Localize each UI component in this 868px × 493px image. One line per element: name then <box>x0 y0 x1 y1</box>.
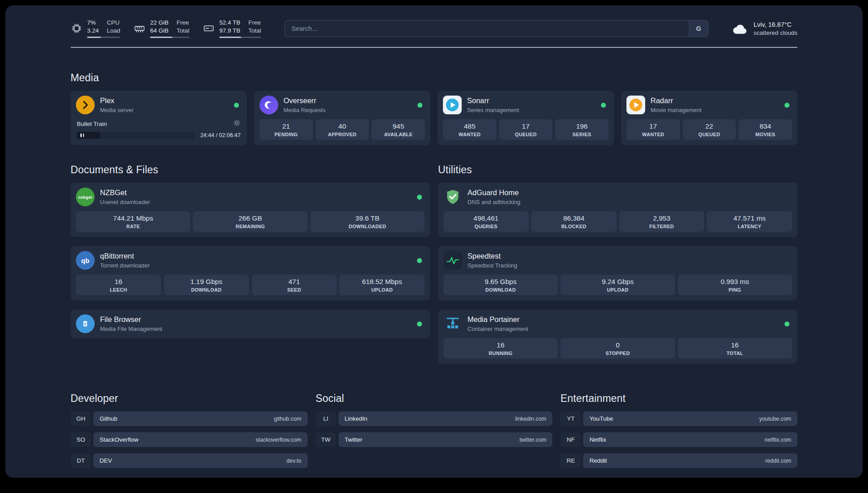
service-name: NZBGet <box>100 188 150 197</box>
stat-tile-pending: 21 PENDING <box>259 119 313 140</box>
bookmark-abbr: GH <box>71 411 91 426</box>
filebrowser-icon <box>76 314 95 333</box>
bookmark-linkedin[interactable]: LI LinkedIn linkedin.com <box>316 411 553 426</box>
bookmark-abbr: DT <box>71 453 91 468</box>
overseerr-icon <box>259 96 278 114</box>
bookmark-name: Twitter <box>345 436 363 443</box>
stat-tile-download: 1.19 Gbps DOWNLOAD <box>164 275 249 295</box>
weather-condition: scattered clouds <box>754 29 797 36</box>
service-card-qbittorrent[interactable]: qb qBittorrent Torrent downloader 16 <box>71 246 430 301</box>
stat-tile-approved: 40 APPROVED <box>316 119 369 140</box>
cpu-percent: 7% <box>87 19 99 27</box>
bookmark-url: twitter.com <box>520 437 547 443</box>
service-card-portainer[interactable]: Media Portainer Container management 16 … <box>438 309 797 364</box>
bookmark-url: linkedin.com <box>515 416 546 422</box>
service-card-filebrowser[interactable]: File Browser Media File Management <box>71 309 430 338</box>
service-name: File Browser <box>100 315 162 324</box>
section-title-developer: Developer <box>71 393 308 405</box>
bookmark-reddit[interactable]: RE Reddit reddit.com <box>560 453 797 468</box>
memory-widget: 22 GiB 64 GiB Free Total <box>134 19 189 38</box>
service-name: Media Portainer <box>467 315 528 324</box>
cpu-usage-fill <box>87 37 101 38</box>
dashboard-panel: 7% 3.24 CPU Load <box>5 5 863 478</box>
now-playing: Bullet Train <box>76 119 242 139</box>
bookmark-dev[interactable]: DT DEV dev.to <box>71 453 308 468</box>
search-input[interactable] <box>284 20 689 37</box>
stat-tile-movies: 834 MOVIES <box>739 119 792 140</box>
memory-usage-bar <box>150 37 189 38</box>
section-media: Media Plex Media server <box>71 72 797 145</box>
service-desc: Series management <box>467 107 519 113</box>
nzbget-icon: nzbget <box>76 188 95 206</box>
service-card-sonarr[interactable]: Sonarr Series management 485 WANTED 17 Q… <box>438 91 614 145</box>
now-playing-title: Bullet Train <box>77 121 107 127</box>
bookmark-url: youtube.com <box>759 416 791 422</box>
disk-free-value: 52.4 TB <box>219 19 240 27</box>
service-desc: Speedtest Tracking <box>467 262 517 269</box>
stat-tile-blocked: 86,384 BLOCKED <box>531 211 617 232</box>
status-dot <box>417 322 422 326</box>
bookmarks-entertainment: Entertainment YT YouTube youtube.com NF … <box>560 393 797 468</box>
service-name: Speedtest <box>467 252 517 261</box>
service-card-radarr[interactable]: Radarr Movie management 17 WANTED 22 QUE… <box>621 91 797 145</box>
weather-widget[interactable]: Lviv, 16.87°C scattered clouds <box>732 21 797 36</box>
playback-progress-track[interactable] <box>77 132 195 139</box>
dashboard-content: 7% 3.24 CPU Load <box>71 5 797 468</box>
stat-tile-series: 196 SERIES <box>555 119 609 140</box>
section-title-social: Social <box>316 393 553 405</box>
memory-free-label: Free <box>177 19 190 27</box>
service-card-adguard[interactable]: AdGuard Home DNS and adblocking 498,461 … <box>438 183 797 237</box>
stat-tile-total: 16 TOTAL <box>678 338 792 359</box>
service-card-nzbget[interactable]: nzbget NZBGet Usenet downloader 744.21 M… <box>71 183 430 237</box>
cloud-icon <box>732 22 749 35</box>
service-card-plex[interactable]: Plex Media server Bullet Train <box>71 91 247 145</box>
speedtest-icon <box>443 251 462 270</box>
service-desc: DNS and adblocking <box>467 199 521 205</box>
bookmark-abbr: RE <box>560 453 581 468</box>
cpu-usage-bar <box>87 37 120 38</box>
bookmark-name: LinkedIn <box>345 415 367 422</box>
playback-progress-fill <box>77 132 100 139</box>
bookmark-youtube[interactable]: YT YouTube youtube.com <box>560 411 797 426</box>
bookmark-stackoverflow[interactable]: SO StackOverflow stackoverflow.com <box>71 432 308 447</box>
status-dot <box>417 258 422 263</box>
bookmark-netflix[interactable]: NF Netflix netflix.com <box>560 432 797 447</box>
stat-tile-rate: 744.21 Mbps RATE <box>76 211 190 232</box>
stat-tile-filtered: 2,953 FILTERED <box>619 211 705 232</box>
stat-tile-upload: 9.24 Gbps UPLOAD <box>560 275 675 295</box>
service-card-overseerr[interactable]: Overseerr Media Requests 21 PENDING 40 A… <box>254 91 430 145</box>
sonarr-icon <box>443 96 462 114</box>
topbar: 7% 3.24 CPU Load <box>71 19 797 38</box>
status-dot <box>785 322 789 326</box>
topbar-divider <box>71 47 797 48</box>
bookmark-name: YouTube <box>589 415 613 422</box>
bookmark-url: stackoverflow.com <box>256 437 301 443</box>
status-dot <box>601 103 606 108</box>
service-name: Radarr <box>651 96 701 105</box>
stat-tile-download: 9.65 Gbps DOWNLOAD <box>443 275 558 295</box>
stat-tile-queued: 22 QUEUED <box>683 119 736 140</box>
search-engine-button[interactable]: G <box>689 20 709 37</box>
adguard-icon <box>443 188 462 206</box>
stat-tile-remaining: 266 GB REMAINING <box>193 211 307 232</box>
plex-icon <box>76 96 95 114</box>
stat-tile-queued: 17 QUEUED <box>499 119 553 140</box>
stat-tile-queries: 498,461 QUERIES <box>443 211 529 232</box>
section-utilities: Utilities AdGuard Home DNS and adblockin… <box>438 164 797 364</box>
section-title-utilities: Utilities <box>438 164 797 176</box>
pause-icon[interactable] <box>80 134 84 137</box>
bookmark-abbr: LI <box>316 411 336 426</box>
gear-icon[interactable] <box>233 119 241 128</box>
search-box: G <box>284 20 709 37</box>
section-title-documents: Documents & Files <box>71 164 430 176</box>
section-documents: Documents & Files nzbget NZBGet Usenet d… <box>71 164 430 364</box>
section-title-entertainment: Entertainment <box>560 393 797 405</box>
memory-total-value: 64 GiB <box>150 27 168 35</box>
service-desc: Movie management <box>651 107 701 113</box>
service-desc: Torrent downloader <box>100 262 150 269</box>
bookmark-abbr: SO <box>71 432 91 447</box>
bookmark-github[interactable]: GH Github github.com <box>71 411 308 426</box>
bookmark-twitter[interactable]: TW Twitter twitter.com <box>316 432 553 447</box>
service-name: qBittorrent <box>100 252 150 261</box>
service-card-speedtest[interactable]: Speedtest Speedtest Tracking 9.65 Gbps D… <box>438 246 797 301</box>
